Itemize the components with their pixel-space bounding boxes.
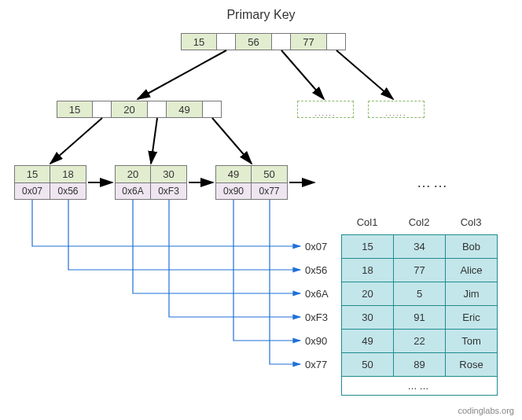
- table-cell: Rose: [446, 353, 498, 377]
- table-cell: Tom: [446, 330, 498, 353]
- table-cell: 89: [394, 353, 446, 377]
- leaf-key: 18: [50, 165, 86, 182]
- svg-line-4: [151, 118, 157, 164]
- table-cell: 5: [394, 282, 446, 306]
- ptr-label: 0x07: [305, 241, 327, 252]
- table-cell: Jim: [446, 282, 498, 306]
- svg-line-5: [212, 118, 252, 164]
- table-col-header: Col1: [341, 216, 393, 228]
- leaf-ptr: 0x07: [14, 182, 50, 200]
- leaf-key: 30: [151, 165, 187, 182]
- root-key: 77: [291, 33, 327, 50]
- ptr-label: 0x56: [305, 264, 327, 276]
- table-cell: 30: [342, 306, 394, 330]
- internal-key: 49: [167, 101, 203, 118]
- svg-line-0: [138, 50, 226, 99]
- leaf-key: 50: [252, 165, 288, 182]
- root-gap: [327, 33, 346, 50]
- table-ellipsis-row: ……: [342, 377, 498, 396]
- root-node: 15 56 77: [181, 33, 346, 50]
- svg-line-2: [336, 50, 393, 99]
- leaf-node: 20 0x6A 30 0xF3: [115, 165, 187, 200]
- table-cell: 77: [394, 259, 446, 282]
- table-cell: 34: [394, 235, 446, 259]
- svg-line-3: [50, 118, 102, 164]
- root-gap: [217, 33, 236, 50]
- table-row: 49 22 Tom: [342, 330, 498, 353]
- leaf-node: 15 0x07 18 0x56: [14, 165, 86, 200]
- root-key: 15: [181, 33, 217, 50]
- leaf-ptr: 0x77: [252, 182, 288, 200]
- table-row: 50 89 Rose: [342, 353, 498, 377]
- internal-key: 20: [112, 101, 148, 118]
- table-cell: 20: [342, 282, 394, 306]
- leaf-ellipsis: ……: [417, 175, 450, 191]
- leaf-key: 49: [215, 165, 252, 182]
- leaf-ptr: 0x6A: [115, 182, 151, 200]
- leaf-ptr: 0x90: [215, 182, 252, 200]
- table-cell: 91: [394, 306, 446, 330]
- table-cell: Alice: [446, 259, 498, 282]
- internal-gap: [148, 101, 167, 118]
- root-gap: [272, 33, 291, 50]
- ptr-label: 0x90: [305, 335, 327, 347]
- internal-node: 15 20 49: [57, 101, 222, 118]
- table-cell: 15: [342, 235, 394, 259]
- table-row: 20 5 Jim: [342, 282, 498, 306]
- leaf-ptr: 0xF3: [151, 182, 187, 200]
- internal-key: 15: [57, 101, 93, 118]
- leaf-node: 49 0x90 50 0x77: [215, 165, 288, 200]
- table-cell: Eric: [446, 306, 498, 330]
- table-col-header: Col2: [393, 216, 445, 228]
- table-row: 18 77 Alice: [342, 259, 498, 282]
- table-cell: 50: [342, 353, 394, 377]
- placeholder-node: ......: [368, 101, 425, 118]
- table-cell: 49: [342, 330, 394, 353]
- diagram-title: Primary Key: [0, 8, 522, 22]
- ptr-label: 0x77: [305, 359, 327, 370]
- leaf-key: 15: [14, 165, 50, 182]
- data-table: 15 34 Bob 18 77 Alice 20 5 Jim 30 91 Eri…: [341, 234, 498, 396]
- svg-line-1: [281, 50, 324, 99]
- table-cell: 22: [394, 330, 446, 353]
- table-ellipsis: ……: [342, 377, 498, 396]
- table-cell: 18: [342, 259, 394, 282]
- internal-gap: [203, 101, 222, 118]
- table-row: 30 91 Eric: [342, 306, 498, 330]
- internal-gap: [93, 101, 112, 118]
- ptr-label: 0xF3: [305, 311, 328, 323]
- table-col-header: Col3: [445, 216, 497, 228]
- table-row: 15 34 Bob: [342, 235, 498, 259]
- table-cell: Bob: [446, 235, 498, 259]
- leaf-key: 20: [115, 165, 151, 182]
- root-key: 56: [236, 33, 272, 50]
- ptr-label: 0x6A: [305, 288, 329, 300]
- watermark: codinglabs.org: [458, 406, 514, 415]
- placeholder-node: ......: [297, 101, 354, 118]
- leaf-ptr: 0x56: [50, 182, 86, 200]
